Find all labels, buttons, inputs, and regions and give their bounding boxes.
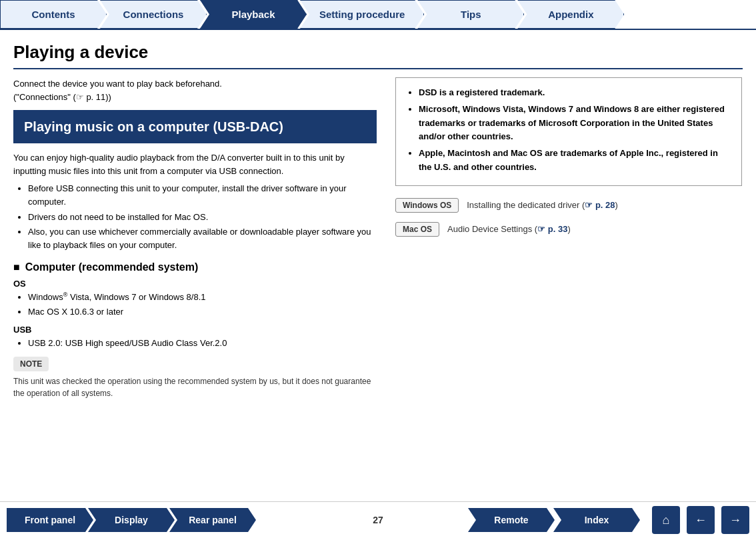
list-item: Also, you can use whichever commercially… [28,225,377,252]
home-button[interactable]: ⌂ [652,506,680,534]
trademark-box: DSD is a registered trademark. Microsoft… [395,77,742,186]
page-number: 27 [373,515,383,525]
mac-os-badge: Mac OS [395,222,439,237]
home-icon: ⌂ [663,513,670,527]
page-title: Playing a device [13,42,743,63]
content-columns: Connect the device you want to play back… [13,77,743,495]
list-item: Windows® Vista, Windows 7 or Windows 8/8… [28,291,377,304]
trademark-item: DSD is a registered trademark. [419,86,731,100]
bottom-nav-right: Remote Index ⌂ ← → [468,506,749,534]
forward-button[interactable]: → [721,506,749,534]
tab-connections[interactable]: Connections [100,0,207,29]
os-label: OS [13,279,377,289]
note-text: This unit was checked the operation usin… [13,375,377,399]
blue-box-heading: Playing music on a computer (USB-DAC) [13,110,377,143]
intro-text: Connect the device you want to play back… [13,77,377,103]
trademark-item: Microsoft, Windows Vista, Windows 7 and … [419,103,731,144]
windows-os-text: Installing the dedicated driver (☞ p. 28… [467,200,618,210]
list-item: Drivers do not need to be installed for … [28,211,377,224]
title-divider [13,68,743,69]
left-column: Connect the device you want to play back… [13,77,377,495]
list-item: Mac OS X 10.6.3 or later [28,305,377,319]
rear-panel-button[interactable]: Rear panel [169,508,256,532]
back-icon: ← [695,513,707,527]
front-panel-button[interactable]: Front panel [7,508,93,532]
right-column: DSD is a registered trademark. Microsoft… [395,77,742,495]
body-text: You can enjoy high-quality audio playbac… [13,151,377,178]
mac-os-text: Audio Device Settings (☞ p. 33) [447,224,571,234]
windows-os-badge: Windows OS [395,198,459,213]
tab-tips[interactable]: Tips [417,0,524,29]
windows-os-row: Windows OS Installing the dedicated driv… [395,198,742,213]
tab-playback[interactable]: Playback [200,0,307,29]
os-bullets: Windows® Vista, Windows 7 or Windows 8/8… [19,291,377,319]
forward-icon: → [729,513,741,527]
tab-appendix[interactable]: Appendix [517,0,624,29]
display-button[interactable]: Display [88,508,175,532]
bottom-nav-left: Front panel Display Rear panel [7,508,251,532]
list-item: Before USB connecting this unit to your … [28,182,377,209]
top-nav: Contents Connections Playback Setting pr… [0,0,756,30]
note-badge: NOTE [13,357,49,371]
list-item: USB 2.0: USB High speed/USB Audio Class … [28,337,377,350]
tab-setting[interactable]: Setting procedure [300,0,424,29]
main-bullets: Before USB connecting this unit to your … [19,182,377,252]
usb-label: USB [13,325,377,335]
bottom-nav: Front panel Display Rear panel 27 Remote… [0,501,756,538]
remote-button[interactable]: Remote [468,508,555,532]
trademark-item: Apple, Macintosh and Mac OS are trademar… [419,147,731,175]
usb-bullets: USB 2.0: USB High speed/USB Audio Class … [19,337,377,350]
index-button[interactable]: Index [553,508,640,532]
back-button[interactable]: ← [687,506,715,534]
tab-contents[interactable]: Contents [0,0,107,29]
mac-os-row: Mac OS Audio Device Settings (☞ p. 33) [395,222,742,237]
main-content: Playing a device Connect the device you … [0,30,756,501]
computer-section-header: Computer (recommended system) [13,261,377,273]
